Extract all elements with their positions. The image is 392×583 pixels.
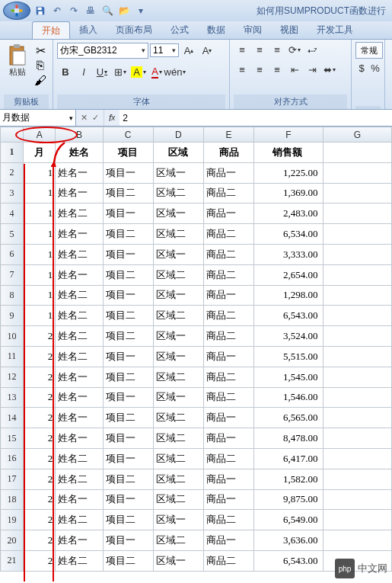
- select-all-button[interactable]: [1, 127, 24, 143]
- cell[interactable]: 项目二: [103, 264, 153, 285]
- align-top-icon[interactable]: ≡: [234, 42, 250, 57]
- table-row[interactable]: 192姓名二项目二区域一商品二6,549.00: [1, 510, 392, 530]
- col-header[interactable]: B: [56, 127, 103, 143]
- open-icon[interactable]: 📂: [117, 4, 131, 18]
- cell[interactable]: 1: [24, 183, 56, 203]
- table-row[interactable]: 71姓名一项目二区域二商品二2,654.00: [1, 264, 392, 285]
- cell[interactable]: 项目二: [103, 469, 153, 489]
- cell[interactable]: 3,524.00: [254, 326, 323, 347]
- italic-button[interactable]: I: [75, 63, 92, 80]
- cell[interactable]: 1: [24, 224, 56, 245]
- cell[interactable]: 项目: [103, 143, 153, 163]
- merge-icon[interactable]: ⬌▾: [321, 62, 338, 77]
- cell[interactable]: 1: [24, 162, 56, 183]
- cell[interactable]: [323, 306, 391, 326]
- cell[interactable]: 区域二: [153, 183, 203, 203]
- cell[interactable]: 项目一: [103, 489, 153, 510]
- cell[interactable]: 项目二: [103, 550, 153, 571]
- wrap-text-icon[interactable]: ⮐: [304, 42, 320, 57]
- cell[interactable]: 6,549.00: [254, 510, 323, 530]
- format-painter-icon[interactable]: 🖌: [33, 74, 47, 88]
- cell[interactable]: 2,654.00: [254, 264, 323, 285]
- table-row[interactable]: 61姓名二项目一区域一商品二3,333.00: [1, 244, 392, 264]
- row-header[interactable]: 7: [1, 264, 24, 285]
- cell[interactable]: 6,543.00: [254, 550, 323, 571]
- cell[interactable]: 商品二: [204, 550, 254, 571]
- cell[interactable]: 姓名二: [56, 203, 103, 224]
- cell[interactable]: 商品二: [204, 244, 254, 264]
- cell[interactable]: 区域一: [153, 244, 203, 264]
- cell[interactable]: 商品一: [204, 408, 254, 428]
- cell[interactable]: 9,875.00: [254, 489, 323, 510]
- cell[interactable]: 商品一: [204, 285, 254, 306]
- cell[interactable]: 商品一: [204, 469, 254, 489]
- font-name-combo[interactable]: 仿宋_GB2312▾: [57, 43, 148, 59]
- cell[interactable]: 区域二: [153, 469, 203, 489]
- table-row[interactable]: 142姓名一项目二区域二商品一6,565.00: [1, 408, 392, 428]
- table-row[interactable]: 91姓名二项目二区域二商品二6,543.00: [1, 306, 392, 326]
- table-row[interactable]: 51姓名一项目二区域二商品二6,534.00: [1, 224, 392, 245]
- table-row[interactable]: 162姓名二项目一区域二商品二6,417.00: [1, 448, 392, 469]
- cell[interactable]: 月: [24, 143, 56, 163]
- align-bottom-icon[interactable]: ≡: [269, 42, 285, 57]
- row-header[interactable]: 19: [1, 510, 24, 530]
- decrease-indent-icon[interactable]: ⇤: [286, 62, 303, 77]
- cell[interactable]: 1: [24, 203, 56, 224]
- cell[interactable]: 姓名二: [56, 244, 103, 264]
- cell[interactable]: [323, 162, 391, 183]
- cell[interactable]: 姓名二: [56, 469, 103, 489]
- cell[interactable]: 项目一: [103, 530, 153, 551]
- cancel-formula-icon[interactable]: ✕: [81, 113, 88, 123]
- cell[interactable]: 2: [24, 469, 56, 489]
- cell[interactable]: [323, 469, 391, 489]
- cell[interactable]: 姓名一: [56, 428, 103, 449]
- table-row[interactable]: 172姓名二项目二区域二商品一1,582.00: [1, 469, 392, 489]
- cell[interactable]: [323, 387, 391, 408]
- phonetic-button[interactable]: wén▾: [167, 63, 183, 80]
- table-row[interactable]: 132姓名一项目一区域一商品二1,546.00: [1, 387, 392, 408]
- cell[interactable]: 区域一: [153, 203, 203, 224]
- row-header[interactable]: 15: [1, 428, 24, 449]
- cell[interactable]: 区域一: [153, 162, 203, 183]
- fill-color-button[interactable]: A▾: [130, 63, 147, 80]
- cell[interactable]: 6,543.00: [254, 306, 323, 326]
- cell[interactable]: 1: [24, 244, 56, 264]
- cell[interactable]: 2: [24, 448, 56, 469]
- spreadsheet-grid[interactable]: A B C D E F G 1月姓名项目区域商品销售额21姓名一项目一区域一商品…: [0, 127, 392, 572]
- paste-button[interactable]: 粘贴: [4, 42, 31, 79]
- cell[interactable]: 区域一: [153, 510, 203, 530]
- cell[interactable]: 姓名一: [56, 367, 103, 387]
- cell[interactable]: [323, 183, 391, 203]
- enter-formula-icon[interactable]: ✓: [92, 113, 99, 123]
- tab-home[interactable]: 开始: [32, 21, 70, 39]
- table-row[interactable]: 1月姓名项目区域商品销售额: [1, 143, 392, 163]
- cell[interactable]: 项目二: [103, 224, 153, 245]
- table-row[interactable]: 202姓名一项目一区域二商品一3,636.00: [1, 530, 392, 551]
- tab-insert[interactable]: 插入: [70, 21, 107, 39]
- cell[interactable]: 商品二: [204, 224, 254, 245]
- col-header[interactable]: D: [153, 127, 203, 143]
- cell[interactable]: [323, 224, 391, 245]
- table-row[interactable]: 31姓名一项目二区域二商品二1,369.00: [1, 183, 392, 203]
- cell[interactable]: 项目一: [103, 387, 153, 408]
- cell[interactable]: [323, 408, 391, 428]
- save-icon[interactable]: [33, 4, 47, 18]
- row-header[interactable]: 10: [1, 326, 24, 347]
- row-header[interactable]: 8: [1, 285, 24, 306]
- currency-icon[interactable]: $: [355, 61, 368, 75]
- cell[interactable]: [323, 203, 391, 224]
- preview-icon[interactable]: 🔍: [100, 4, 114, 18]
- cell[interactable]: 2: [24, 510, 56, 530]
- align-right-icon[interactable]: ≡: [269, 62, 285, 77]
- cell[interactable]: 6,534.00: [254, 224, 323, 245]
- cell[interactable]: 姓名二: [56, 285, 103, 306]
- cell[interactable]: 区域二: [153, 306, 203, 326]
- row-header[interactable]: 13: [1, 387, 24, 408]
- table-row[interactable]: 152姓名一项目一区域二商品一8,478.00: [1, 428, 392, 449]
- cell[interactable]: [323, 489, 391, 510]
- table-row[interactable]: 182姓名一项目一区域二商品一9,875.00: [1, 489, 392, 510]
- cell[interactable]: 姓名一: [56, 530, 103, 551]
- column-header-row[interactable]: A B C D E F G: [1, 127, 392, 143]
- cell[interactable]: 商品二: [204, 448, 254, 469]
- cell[interactable]: 姓名二: [56, 326, 103, 347]
